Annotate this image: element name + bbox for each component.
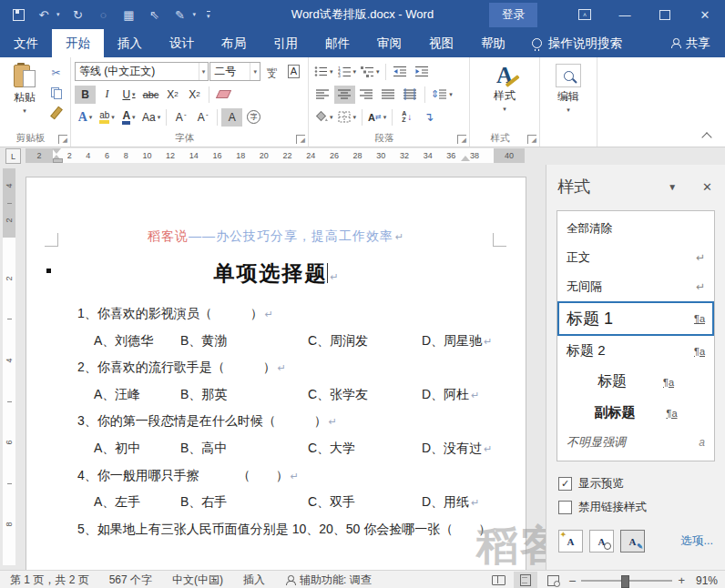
style-item-title[interactable]: 标题¶a [557,366,714,398]
zoom-out-icon[interactable]: − [568,573,576,588]
increase-indent-icon[interactable] [412,63,433,81]
login-button[interactable]: 登录 [489,3,537,27]
paragraph-dialog-launcher[interactable]: ◢ [457,135,466,144]
copy-icon[interactable] [46,84,66,102]
maximize-icon[interactable] [645,0,685,29]
font-name-dropdown-icon[interactable]: ▾ [199,63,209,80]
style-item-no-spacing[interactable]: 无间隔↵ [557,272,714,301]
tab-design[interactable]: 设计 [156,29,208,57]
phonetic-guide-icon[interactable]: wén文 [261,63,282,81]
collapse-ribbon-icon[interactable] [701,132,711,142]
font-size-combo[interactable]: 二号▾ [209,62,260,81]
style-item-clear-all[interactable]: 全部清除 [557,215,714,243]
tab-review[interactable]: 审阅 [363,29,415,57]
touch-mode-icon[interactable]: ▦ [122,7,137,22]
tab-selector[interactable]: L [5,148,21,164]
style-item-subtitle[interactable]: 副标题¶a [557,398,714,428]
tab-insert[interactable]: 插入 [104,29,156,57]
new-style-button[interactable]: A✦ [558,530,583,553]
ribbon-display-options-icon[interactable]: ˄ [565,0,605,29]
enclose-characters-button[interactable]: 字 [243,108,264,127]
superscript-button[interactable]: X2 [184,86,205,104]
tab-help[interactable]: 帮助 [467,29,519,57]
tab-file[interactable]: 文件 [0,29,52,57]
strikethrough-button[interactable]: abc [140,86,161,104]
styles-pane-close-icon[interactable]: ✕ [702,180,712,194]
disable-linked-styles-checkbox[interactable]: 禁用链接样式 [558,500,713,515]
paste-button[interactable]: 粘贴 ▾ [4,60,46,132]
shrink-font-button[interactable]: Aˇ [192,108,213,127]
cut-icon[interactable]: ✂ [46,64,66,82]
style-item-subtle-emphasis[interactable]: 不明显强调a [557,428,714,457]
styles-button[interactable]: 样式A 样式 ▾ [474,60,536,113]
bullets-icon[interactable] [312,63,335,81]
style-item-normal[interactable]: 正文↵ [557,243,714,272]
accessibility-status[interactable]: 辅助功能: 调查 [275,573,382,588]
line-spacing-icon[interactable]: ⇕ [429,86,454,104]
clear-formatting-icon[interactable] [213,86,234,104]
tell-me-search[interactable]: 操作说明搜索 [532,29,622,57]
redo-icon[interactable]: ↻ [71,7,86,22]
page-indicator[interactable]: 第 1 页，共 2 页 [0,573,99,588]
ink-dropdown-icon[interactable]: ▾ [193,11,197,18]
character-scaling-icon[interactable]: A ⇄ [366,108,388,127]
show-hide-marks-icon[interactable]: ↴ [418,108,439,127]
multilevel-list-icon[interactable] [359,63,382,81]
zoom-slider-thumb[interactable] [621,575,629,588]
web-layout-icon[interactable] [541,572,565,588]
character-shading-button[interactable]: A [221,108,242,127]
zoom-in-icon[interactable]: + [678,573,685,587]
format-painter-icon[interactable] [46,104,66,122]
tab-view[interactable]: 视图 [415,29,467,57]
first-line-indent-marker[interactable] [52,148,61,154]
align-right-icon[interactable] [356,86,377,104]
manage-styles-button[interactable]: A✎ [620,530,645,553]
document-page[interactable]: 稻客说——办公技巧分享，提高工作效率 单项选择题 1、你喜欢的影视演员（ ） A… [26,177,526,570]
left-indent-marker[interactable] [53,158,63,163]
style-inspector-button[interactable]: A [589,530,614,553]
character-border-icon[interactable]: A [283,63,304,81]
select-objects-icon[interactable]: ⇖ [148,7,162,22]
styles-pane-dropdown-icon[interactable]: ▼ [668,182,677,192]
tab-home[interactable]: 开始 [52,29,104,57]
word-count[interactable]: 567 个字 [99,573,162,588]
language-indicator[interactable]: 中文(中国) [162,573,233,588]
italic-button[interactable]: I [97,86,117,104]
grow-font-button[interactable]: Aˆ [170,108,191,127]
font-size-dropdown-icon[interactable]: ▾ [250,63,260,80]
shading-icon[interactable] [312,108,335,127]
font-color-button[interactable]: A [118,108,139,127]
change-case-button[interactable]: Aa [140,108,162,127]
print-layout-icon[interactable] [514,572,537,588]
subscript-button[interactable]: X2 [162,86,183,104]
distribute-icon[interactable] [400,86,421,104]
font-name-combo[interactable]: 等线 (中文正文)▾ [75,62,209,81]
align-left-icon[interactable] [312,86,333,104]
tab-mailings[interactable]: 邮件 [311,29,363,57]
undo-dropdown-icon[interactable]: ▾ [56,11,60,18]
share-button[interactable]: 共享 [670,29,725,57]
save-icon[interactable] [11,7,26,22]
read-mode-icon[interactable] [486,572,510,588]
close-icon[interactable]: ✕ [685,0,725,29]
clipboard-dialog-launcher[interactable]: ◢ [58,135,67,144]
highlight-button[interactable]: ab [97,108,117,127]
minimize-icon[interactable]: — [605,0,645,29]
right-indent-marker[interactable] [461,156,470,161]
bold-button[interactable]: B [75,86,96,104]
undo-icon[interactable]: ↶ [36,7,51,22]
insert-mode[interactable]: 插入 [233,573,275,588]
align-center-icon[interactable] [334,86,355,104]
numbering-icon[interactable]: 123 [336,63,359,81]
style-item-heading2[interactable]: 标题 2¶a [557,336,714,366]
justify-icon[interactable] [378,86,399,104]
show-preview-checkbox[interactable]: ✓ 显示预览 [558,476,713,492]
underline-button[interactable]: U [118,86,139,104]
style-item-heading1[interactable]: 标题 1¶a [557,301,714,336]
zoom-percentage[interactable]: 91% [689,574,718,587]
text-effects-button[interactable]: A [75,108,96,127]
tab-references[interactable]: 引用 [260,29,311,57]
sort-icon[interactable]: AZ ↓ [396,108,417,127]
zoom-slider[interactable] [581,580,672,582]
styles-options-link[interactable]: 选项... [681,533,713,549]
